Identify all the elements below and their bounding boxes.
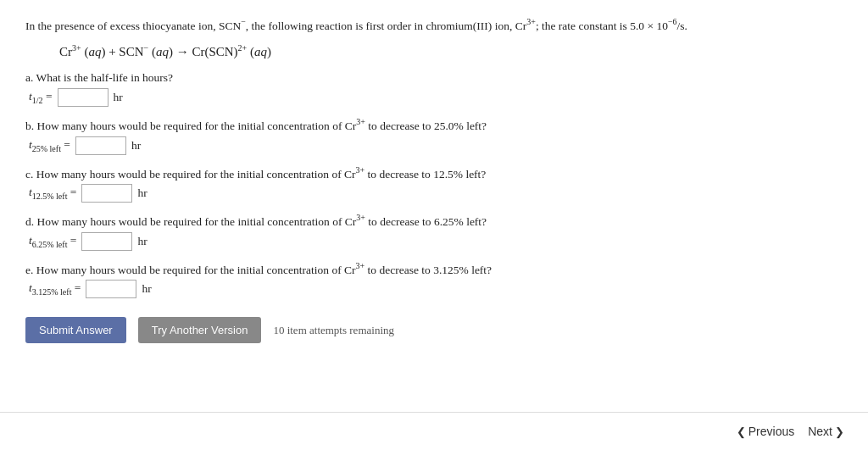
next-button[interactable]: Next (801, 421, 851, 442)
reaction-equation: Cr3+ (aq) + SCN− (aq) → Cr(SCN)2+ (aq) (59, 43, 843, 59)
t-6-25-label: t6.25% left = (29, 234, 76, 249)
chevron-right-icon (835, 425, 844, 438)
question-b: b. How many hours would be required for … (25, 117, 843, 155)
question-a: a. What is the half-life in hours? t1/2 … (25, 71, 843, 107)
t-half-label: t1/2 = (29, 90, 53, 105)
next-label: Next (808, 425, 832, 438)
navigation-bar: Previous Next (0, 412, 868, 450)
intro-text: In the presence of excess thiocyanate io… (25, 15, 843, 35)
t-6-25-input[interactable] (81, 232, 132, 251)
t-12-5-unit: hr (137, 186, 147, 200)
t-3-125-input[interactable] (86, 280, 136, 298)
question-c: c. How many hours would be required for … (25, 165, 843, 203)
chevron-left-icon (737, 425, 746, 438)
question-a-label: a. What is the half-life in hours? (25, 71, 843, 85)
question-e-label: e. How many hours would be required for … (25, 261, 843, 277)
t-25-label: t25% left = (29, 138, 70, 153)
t-12-5-label: t12.5% left = (29, 186, 76, 201)
try-another-button[interactable]: Try Another Version (138, 317, 262, 343)
t-25-unit: hr (131, 139, 141, 153)
submit-button[interactable]: Submit Answer (25, 317, 126, 343)
t-12-5-input[interactable] (81, 184, 132, 203)
question-e: e. How many hours would be required for … (25, 261, 843, 299)
question-d-label: d. How many hours would be required for … (25, 213, 843, 229)
t-3-125-unit: hr (142, 282, 151, 296)
attempts-remaining: 10 item attempts remaining (273, 324, 394, 337)
question-c-label: c. How many hours would be required for … (25, 165, 843, 181)
previous-button[interactable]: Previous (730, 421, 801, 442)
question-d: d. How many hours would be required for … (25, 213, 843, 251)
previous-label: Previous (748, 425, 794, 438)
question-b-label: b. How many hours would be required for … (25, 117, 843, 133)
t-25-input[interactable] (75, 136, 126, 155)
action-buttons: Submit Answer Try Another Version 10 ite… (25, 317, 843, 343)
t-half-input[interactable] (58, 88, 108, 107)
t-half-unit: hr (114, 91, 123, 104)
t-6-25-unit: hr (137, 235, 147, 248)
t-3-125-label: t3.125% left = (29, 281, 81, 297)
